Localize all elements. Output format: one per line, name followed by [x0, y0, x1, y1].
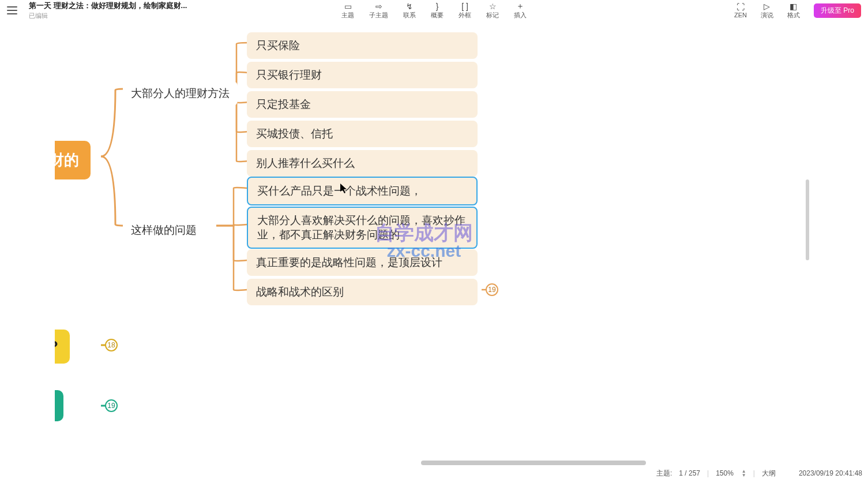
topic-button[interactable]: ▭主题 — [341, 2, 354, 20]
node-b1-3[interactable]: 只定投基金 — [247, 91, 478, 118]
zoom-stepper-icon[interactable]: ▲▼ — [742, 469, 746, 477]
upgrade-pro-button[interactable]: 升级至 Pro — [814, 3, 861, 18]
relation-button[interactable]: ↯联系 — [403, 2, 416, 20]
mindmap-canvas[interactable]: 财的 ? 18 19 大部分人的理财方法 这样做的问题 只买保险 只买银行理财 … — [55, 27, 813, 458]
horizontal-scrollbar[interactable] — [55, 461, 813, 466]
boundary-button[interactable]: [ ]外框 — [459, 2, 471, 20]
collapse-badge-18[interactable]: 18 — [105, 339, 118, 351]
root-topic-1[interactable]: 财的 — [55, 141, 91, 179]
topic-count-value: 1 / 257 — [679, 469, 700, 477]
topic-count-label: 主题: — [656, 469, 672, 478]
root-topic-3[interactable] — [55, 390, 63, 421]
node-b1-2[interactable]: 只买银行理财 — [247, 62, 478, 88]
menu-icon[interactable] — [7, 6, 17, 14]
zen-icon: ⛶ — [735, 2, 746, 12]
present-button[interactable]: ▷演说 — [761, 2, 773, 20]
node-b2-3[interactable]: 真正重要的是战略性问题，是顶层设计 — [247, 249, 478, 276]
insert-icon: ＋ — [515, 2, 525, 11]
summary-button[interactable]: }概要 — [431, 2, 444, 20]
zoom-level[interactable]: 150% — [716, 469, 734, 477]
vertical-scrollbar[interactable] — [806, 27, 810, 458]
top-toolbar: 第一天 理财之法：做好理财规划，绘制家庭财... 已编辑 ▭主题 ⇨子主题 ↯联… — [0, 0, 868, 21]
document-status: 已编辑 — [29, 12, 187, 20]
summary-icon: } — [432, 2, 442, 11]
branch-problems[interactable]: 这样做的问题 — [123, 218, 205, 242]
marker-icon: ☆ — [487, 2, 498, 11]
node-b2-2-selected[interactable]: 大部分人喜欢解决买什么的问题，喜欢抄作业，都不真正解决财务问题的 — [247, 207, 478, 249]
present-icon: ▷ — [762, 2, 772, 11]
format-button[interactable]: ◧格式 — [787, 2, 800, 20]
outline-button[interactable]: 大纲 — [762, 469, 776, 478]
node-b2-1-selected[interactable]: 买什么产品只是一个战术性问题， — [247, 177, 478, 205]
timestamp: 2023/09/19 20:41:48 — [799, 469, 862, 477]
relation-icon: ↯ — [404, 2, 415, 11]
branch-methods[interactable]: 大部分人的理财方法 — [123, 81, 238, 106]
node-b1-5[interactable]: 别人推荐什么买什么 — [247, 150, 478, 177]
document-title: 第一天 理财之法：做好理财规划，绘制家庭财... — [29, 1, 187, 11]
insert-button[interactable]: ＋插入 — [514, 2, 527, 20]
collapse-badge-19b[interactable]: 19 — [486, 283, 498, 296]
marker-button[interactable]: ☆标记 — [486, 2, 499, 20]
collapse-badge-19a[interactable]: 19 — [105, 399, 118, 412]
node-b2-4[interactable]: 战略和战术的区别 — [247, 279, 478, 305]
topic-icon: ▭ — [343, 2, 353, 11]
subtopic-button[interactable]: ⇨子主题 — [369, 2, 388, 20]
zen-button[interactable]: ⛶ZEN — [734, 2, 747, 18]
status-bar: 主题: 1 / 257 | 150% ▲▼ | 大纲 2023/09/19 20… — [0, 467, 868, 479]
node-b1-1[interactable]: 只买保险 — [247, 32, 478, 59]
format-icon: ◧ — [788, 2, 799, 11]
root-topic-2[interactable]: ? — [55, 330, 70, 364]
node-b1-4[interactable]: 买城投债、信托 — [247, 121, 478, 147]
subtopic-icon: ⇨ — [374, 2, 384, 11]
boundary-icon: [ ] — [460, 2, 470, 11]
